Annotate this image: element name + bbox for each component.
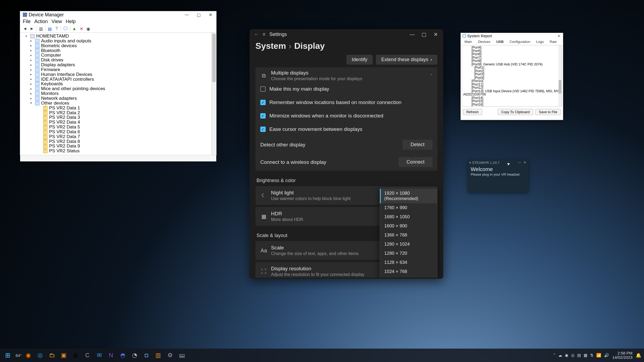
resolution-option[interactable]: 1600 × 900 [380, 221, 437, 231]
st-close-button[interactable]: ✕ [430, 31, 442, 38]
sr-close-button[interactable]: ✕ [555, 34, 563, 38]
thunderbird-icon[interactable]: ✉ [94, 350, 104, 360]
uninstall-device-icon[interactable]: ✕ [78, 25, 85, 32]
detect-button[interactable]: Detect [402, 140, 433, 150]
sr-tab[interactable]: Main [462, 39, 475, 45]
tree-device[interactable]: PS VR2 Data 4 [25, 120, 210, 125]
tray-chevron-icon[interactable]: ˄ [553, 353, 555, 358]
resolution-option[interactable]: 800 × 600 [380, 276, 437, 278]
tree-device[interactable]: PS VR2 Data 8 [25, 139, 210, 144]
tree-device[interactable]: PS VR2 Data 1 [25, 106, 210, 110]
tree-device[interactable]: PS VR2 Data 6 [25, 130, 210, 134]
sr-tab[interactable]: USB [493, 39, 506, 45]
sr-scrollbar[interactable] [558, 45, 562, 106]
chevron-up-icon[interactable]: ⌃ [430, 74, 433, 77]
system-tray[interactable]: ˄ ☁ ◉ ◎ ▤ ▦ ⇅ 📶 🔊 [553, 353, 609, 358]
discord-icon[interactable]: ◓ [118, 350, 128, 360]
show-hide-tree-icon[interactable]: ▥ [38, 25, 44, 32]
sv-close-button[interactable]: ✕ [522, 161, 527, 164]
scan-hardware-icon[interactable]: 🖵 [62, 25, 69, 32]
steam-icon[interactable]: ◔ [130, 350, 140, 360]
main-display-checkbox[interactable] [260, 86, 266, 92]
resolution-option[interactable]: 1024 × 768 [380, 267, 437, 276]
identify-button[interactable]: Identify [346, 55, 373, 65]
back-icon[interactable]: ◄ [22, 25, 28, 32]
tree-category[interactable]: ▸IDE ATA/ATAPI controllers [25, 77, 210, 82]
forward-icon[interactable]: ► [29, 25, 35, 32]
tree-device[interactable]: PS VR2 Status [25, 149, 210, 153]
minimize-windows-checkbox[interactable]: ✓ [260, 113, 266, 119]
sv-titlebar[interactable]: ≡ STEAMVR 1.24.7 — ✕ [468, 160, 528, 165]
start-button[interactable]: ⊞ [3, 350, 13, 360]
tree-category[interactable]: ▸Keyboards [25, 82, 210, 86]
resolution-option[interactable]: 1760 × 990 [380, 203, 437, 212]
sr-tab[interactable]: Configuration [507, 39, 533, 45]
dm-menu-file[interactable]: File [23, 19, 31, 24]
update-driver-icon[interactable]: ◉ [85, 25, 92, 32]
weather-widget[interactable]: 64° [16, 353, 22, 358]
sr-body[interactable]: [Port4] [Port5] [Port6] [Port7] [Port8] … [462, 45, 562, 107]
refresh-button[interactable]: Refresh [463, 109, 482, 115]
notifications-icon[interactable]: 🔔 [636, 353, 641, 358]
device-manager-taskbar-icon[interactable]: 🖴 [177, 350, 187, 360]
back-button[interactable]: ← [253, 32, 260, 37]
dm-maximize-button[interactable]: ▢ [193, 12, 204, 17]
nav-menu-icon[interactable]: ≡ [260, 32, 268, 37]
tree-device[interactable]: PS VR2 Data 2 [25, 110, 210, 115]
dm-titlebar[interactable]: Device Manager — ▢ ✕ [20, 11, 216, 18]
resolution-option[interactable]: 1128 × 634 [380, 258, 437, 267]
copy-clipboard-button[interactable]: Copy To Clipboard [498, 109, 533, 115]
clock[interactable]: 2:58 PM 14/02/2023 [612, 351, 632, 360]
remember-windows-checkbox[interactable]: ✓ [260, 100, 266, 105]
tree-category[interactable]: ▸Biometric devices [25, 43, 210, 48]
sr-titlebar[interactable]: System Report ✕ [461, 33, 563, 39]
tree-category[interactable]: ▸Display adapters [25, 62, 210, 67]
explorer-icon[interactable]: 🗀 [47, 350, 57, 360]
resolution-option[interactable]: 1366 × 768 [380, 231, 437, 240]
properties-icon[interactable]: ▤ [46, 25, 53, 32]
dm-menu-action[interactable]: Action [34, 19, 48, 24]
enable-device-icon[interactable]: ▲ [71, 25, 78, 32]
dm-close-button[interactable]: ✕ [204, 12, 216, 17]
resolution-option[interactable]: 1280 × 720 [380, 249, 437, 258]
sv-minimize-button[interactable]: — [517, 161, 522, 164]
resolution-option[interactable]: 1280 × 1024 [380, 240, 437, 249]
store-icon[interactable]: ▣ [59, 350, 69, 360]
tray-icon[interactable]: ▤ [577, 353, 581, 358]
resolution-dropdown[interactable]: 1920 × 1080 (Recommended)1760 × 9901680 … [380, 187, 437, 278]
tree-category[interactable]: ▸Monitors [25, 91, 210, 96]
connect-button[interactable]: Connect [398, 157, 433, 167]
onedrive-icon[interactable]: ☁ [558, 353, 562, 358]
tree-device[interactable]: PS VR2 Data 3 [25, 115, 210, 120]
help-icon[interactable]: ? [53, 25, 60, 32]
sr-tab[interactable]: Logs [533, 39, 546, 45]
edge-icon[interactable]: ◎ [35, 350, 45, 360]
tray-icon[interactable]: ◉ [565, 353, 568, 358]
ease-cursor-checkbox[interactable]: ✓ [260, 127, 266, 132]
dm-menu-view[interactable]: View [52, 19, 62, 24]
tree-category[interactable]: ▸Bluetooth [25, 48, 210, 53]
resolution-option[interactable]: 1920 × 1080 (Recommended) [380, 189, 437, 203]
wifi-icon[interactable]: 📶 [596, 353, 601, 358]
tray-icon[interactable]: ◎ [571, 353, 575, 358]
tree-category[interactable]: ▸Mice and other pointing devices [25, 86, 210, 91]
resolution-option[interactable]: 1680 × 1050 [380, 212, 437, 221]
dm-tree[interactable]: ▾HOMENETAMD ▸Audio inputs and outputs▸Bi… [20, 33, 211, 155]
settings-icon[interactable]: ⚙ [165, 350, 175, 360]
hamburger-icon[interactable]: ≡ [469, 161, 471, 165]
tree-device[interactable]: PS VR2 Data 7 [25, 134, 210, 139]
st-titlebar[interactable]: ← ≡ Settings — ▢ ✕ [250, 29, 443, 39]
app-icon[interactable]: ◘ [141, 350, 152, 360]
tree-category[interactable]: ▾Other devices [25, 101, 210, 106]
tree-device[interactable]: PS VR2 Data 5 [25, 125, 210, 130]
volume-icon[interactable]: 🔊 [604, 353, 609, 358]
st-maximize-button[interactable]: ▢ [418, 31, 430, 38]
tree-category[interactable]: ▸Computer [25, 53, 210, 58]
tree-category[interactable]: ▸Network adapters [25, 96, 210, 101]
tree-category[interactable]: ▸Firmware [25, 67, 210, 72]
network-icon[interactable]: ⇅ [590, 353, 594, 358]
tree-category[interactable]: ▸Audio inputs and outputs [25, 39, 210, 43]
firefox-icon[interactable]: ◉ [23, 350, 34, 360]
dm-menu-help[interactable]: Help [66, 19, 76, 24]
tree-device[interactable]: PS VR2 Data 9 [25, 144, 210, 149]
